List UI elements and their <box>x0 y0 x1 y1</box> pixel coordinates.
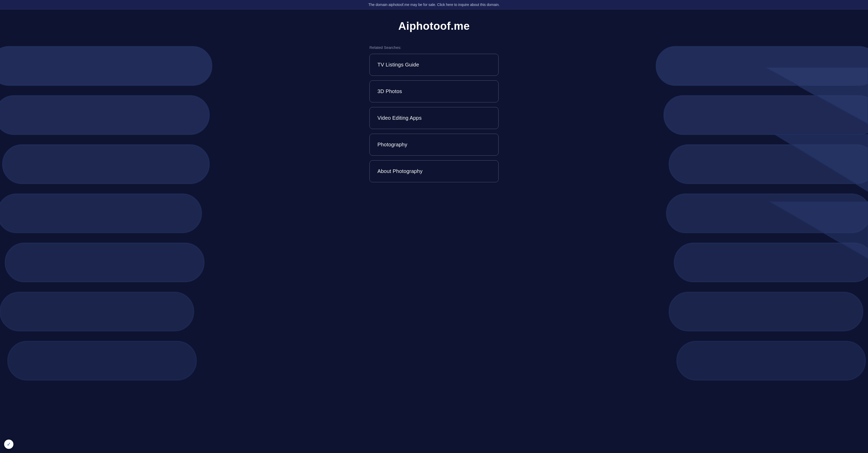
svg-rect-10 <box>666 194 868 233</box>
search-links-container: TV Listings Guide 3D Photos Video Editin… <box>369 54 499 182</box>
search-link-about-photography[interactable]: About Photography <box>369 160 499 182</box>
top-banner[interactable]: The domain aiphotoof.me may be for sale.… <box>0 0 868 9</box>
verified-badge: ✓ <box>4 440 13 449</box>
svg-marker-16 <box>770 202 868 259</box>
search-link-video-editing[interactable]: Video Editing Apps <box>369 107 499 129</box>
search-link-photography[interactable]: Photography <box>369 134 499 155</box>
svg-rect-5 <box>0 292 194 331</box>
checkmark-icon: ✓ <box>7 441 11 447</box>
svg-rect-13 <box>677 341 865 380</box>
banner-link[interactable]: The domain aiphotoof.me may be for sale.… <box>368 3 500 7</box>
search-link-tv-listings[interactable]: TV Listings Guide <box>369 54 499 76</box>
related-searches-label: Related Searches: <box>369 45 401 50</box>
svg-rect-6 <box>8 341 196 380</box>
main-content: Aiphotoof.me Related Searches: TV Listin… <box>0 9 868 198</box>
svg-rect-3 <box>0 194 202 233</box>
search-link-3d-photos[interactable]: 3D Photos <box>369 80 499 103</box>
svg-rect-12 <box>669 292 863 331</box>
svg-rect-4 <box>5 243 204 282</box>
svg-rect-11 <box>674 243 868 282</box>
site-title: Aiphotoof.me <box>398 20 470 32</box>
